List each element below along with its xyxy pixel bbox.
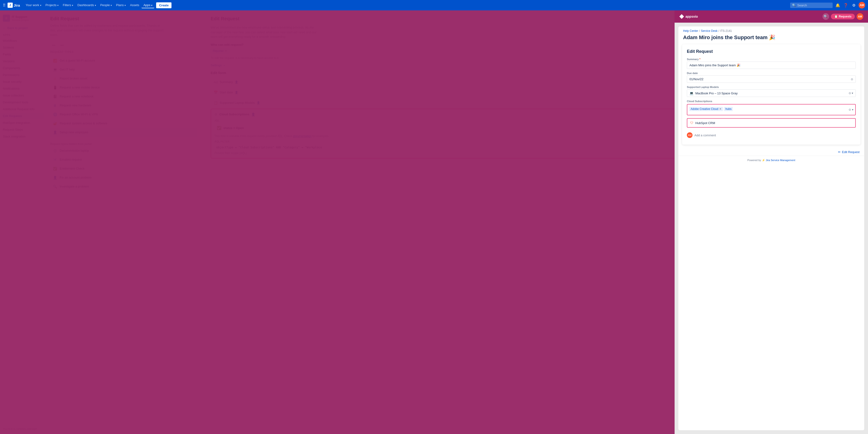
erm-hubspot-row: 🛡 HubSpot CRM [687,118,856,128]
help-center-panel: Help Center / Service Desk / ITS-2141 Ad… [678,26,864,430]
breadcrumb-sep-2: / [718,29,719,33]
appsvio-logo: appsvio [679,14,698,19]
erm-summary-input[interactable] [687,62,856,69]
grid-icon[interactable]: ⠿ [3,3,6,7]
help-icon[interactable]: ❓ [842,2,849,8]
erm-due-date-select[interactable]: 01/Nov/22 ⊙ [687,75,856,83]
nav-assets[interactable]: Assets [128,2,141,8]
breadcrumb-help-center[interactable]: Help Center [683,29,698,33]
hubspot-icon: 🛡 [690,121,693,125]
erm-cloud-tag-adobe: Adobe Creative Cloud ✕ [689,107,723,111]
appsvio-header: appsvio 🔍 📋 Requests AM [675,10,868,23]
overlay-container: appsvio 🔍 📋 Requests AM Help Center / Se… [0,10,868,434]
requests-icon: 📋 [834,15,838,18]
adobe-tag-remove[interactable]: ✕ [719,107,721,111]
erm-laptop-select[interactable]: 💻 MacBook Pro – 13 Space Gray ⊙ ▾ [687,89,856,97]
cloud-field-icons: ⊙ ▾ [849,108,854,111]
laptop-chevron-icon: ⊙ ▾ [849,92,853,95]
cloud-dropdown-icon[interactable]: ▾ [852,108,854,111]
top-navigation: ⠿ J Jira Your work ▾ Projects ▾ Filters … [0,0,868,10]
search-input[interactable] [797,3,826,7]
nav-projects[interactable]: Projects ▾ [44,2,61,8]
edit-request-modal: Edit Request Summary * Due date 01/Nov/2… [682,44,861,145]
notifications-icon[interactable]: 🔔 [835,2,841,8]
required-star: * [700,58,700,61]
add-comment-row[interactable]: AM Add a comment [687,130,856,140]
edit-icon: ✏ [838,150,841,154]
erm-cloud-tag-hubs: hubs [724,107,733,111]
erm-laptop-label: Supported Laptop Models [687,86,856,88]
appsvio-name: appsvio [685,14,698,19]
edit-request-btn-row: ✏ Edit Request [678,148,864,156]
nav-apps[interactable]: Apps ▾ [142,2,154,8]
erm-due-date-label: Due date [687,72,856,74]
jira-service-management-link[interactable]: Jira Service Management [766,159,795,161]
create-button[interactable]: Create [156,2,171,8]
overlay-background [0,10,675,434]
settings-icon[interactable]: ⚙ [850,2,857,8]
search-icon: 🔍 [792,3,796,7]
add-comment-label: Add a comment [694,133,716,137]
breadcrumb-sep-1: / [699,29,700,33]
cloud-search-input[interactable] [734,107,773,111]
nav-items: Your work ▾ Projects ▾ Filters ▾ Dashboa… [24,2,154,8]
laptop-icon: 💻 [689,91,693,95]
logo-text: Jira [14,3,20,7]
laptop-value: MacBook Pro – 13 Space Gray [695,92,738,95]
nav-people[interactable]: People ▾ [98,2,114,8]
user-avatar[interactable]: AM [859,2,865,8]
erm-title: Edit Request [687,49,856,54]
breadcrumb-service-desk[interactable]: Service Desk [701,29,717,33]
erm-cloud-tags: Adobe Creative Cloud ✕ hubs [689,107,773,111]
appsvio-requests-button[interactable]: 📋 Requests [831,14,855,19]
appsvio-diamond-icon [679,14,684,19]
due-date-value: 01/Nov/22 [689,78,703,81]
laptop-select-left: 💻 MacBook Pro – 13 Space Gray [689,91,738,95]
cloud-clear-icon[interactable]: ⊙ [849,108,851,111]
nav-plans[interactable]: Plans ▾ [114,2,128,8]
help-center-title: Adam Miro joins the Support team 🎉 [678,33,864,44]
comment-avatar: AM [687,132,692,138]
appsvio-right: 🔍 📋 Requests AM [823,13,863,20]
requests-label: Requests [839,15,851,18]
hubspot-label: HubSpot CRM [695,121,715,125]
erm-cloud-label: Cloud Subscriptions [687,100,856,102]
breadcrumb-issue-id: ITS-2141 [720,29,732,33]
appsvio-search-button[interactable]: 🔍 [823,13,829,20]
erm-cloud-row: Adobe Creative Cloud ✕ hubs ⊙ ▾ [689,106,854,113]
search-box[interactable]: 🔍 [790,3,833,8]
overlay-panel: appsvio 🔍 📋 Requests AM Help Center / Se… [675,10,868,434]
nav-filters[interactable]: Filters ▾ [61,2,75,8]
appsvio-avatar[interactable]: AM [857,13,863,20]
edit-request-link[interactable]: ✏ Edit Request [838,150,860,154]
jira-logo-icon: J [7,3,13,8]
nav-your-work[interactable]: Your work ▾ [24,2,43,8]
logo[interactable]: J Jira [7,3,20,8]
nav-icons: 🔔 ❓ ⚙ AM [835,2,865,8]
due-date-chevron-icon: ⊙ [851,78,853,81]
breadcrumb: Help Center / Service Desk / ITS-2141 [678,26,864,33]
nav-dashboards[interactable]: Dashboards ▾ [75,2,98,8]
help-center-footer: Powered by ⚡ Jira Service Management [678,156,864,165]
erm-summary-label: Summary * [687,58,856,61]
erm-cloud-field: Adobe Creative Cloud ✕ hubs ⊙ ▾ [687,104,856,115]
